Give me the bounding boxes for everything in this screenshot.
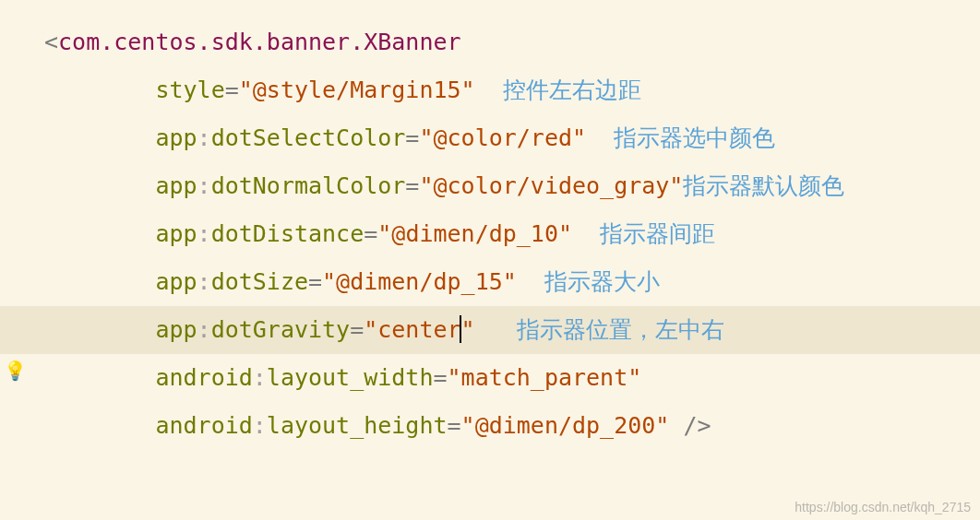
attr-value: "@color/red" [419, 124, 586, 151]
attr-ns: app [155, 268, 197, 295]
attr-name: style [155, 77, 224, 103]
equals: = [350, 316, 364, 343]
watermark: https://blog.csdn.net/kqh_2715 [795, 500, 971, 514]
attr-ns: android [155, 412, 252, 439]
code-line-active[interactable]: app:dotGravity="center" 指示器位置，左中右 [0, 306, 980, 354]
attr-ns: app [155, 220, 197, 247]
attr-name: layout_height [267, 412, 448, 439]
indent [44, 412, 155, 439]
attr-value: " [461, 316, 475, 343]
attr-value: "@dimen/dp_200" [461, 412, 670, 439]
pad [586, 124, 614, 151]
code-line: app:dotNormalColor="@color/video_gray"指示… [0, 162, 980, 210]
pad [572, 220, 600, 247]
attr-name: dotNormalColor [211, 172, 406, 199]
tag-name: com.centos.sdk.banner.XBanner [58, 29, 461, 55]
attr-ns: app [155, 316, 197, 343]
indent [44, 220, 155, 247]
colon: : [253, 412, 267, 439]
inline-comment: 指示器大小 [544, 268, 660, 295]
pad [475, 316, 517, 343]
colon: : [197, 124, 211, 151]
equals: = [448, 412, 461, 439]
indent [44, 364, 155, 391]
code-line: <com.centos.sdk.banner.XBanner [0, 18, 980, 66]
attr-ns: app [155, 124, 197, 151]
code-line: app:dotSize="@dimen/dp_15" 指示器大小 [0, 258, 980, 306]
indent [44, 124, 155, 151]
indent [44, 172, 155, 199]
pad [517, 268, 544, 295]
attr-value: "@dimen/dp_15" [322, 268, 517, 295]
code-line: app:dotSelectColor="@color/red" 指示器选中颜色 [0, 114, 980, 162]
attr-value: "@dimen/dp_10" [377, 220, 572, 247]
attr-ns: app [155, 172, 197, 199]
inline-comment: 指示器间距 [600, 220, 715, 247]
inline-comment: 控件左右边距 [503, 77, 641, 103]
attr-name: dotSelectColor [211, 124, 406, 151]
colon: : [197, 172, 211, 199]
attr-ns: android [155, 364, 252, 391]
equals: = [364, 220, 377, 247]
inline-comment: 指示器选中颜色 [614, 124, 775, 151]
attr-value: "@color/video_gray" [419, 172, 683, 199]
angle-open: < [44, 29, 58, 55]
equals: = [405, 172, 419, 199]
attr-name: dotDistance [211, 220, 365, 247]
equals: = [405, 124, 419, 151]
indent [44, 77, 155, 103]
colon: : [197, 316, 211, 343]
equals: = [433, 364, 447, 391]
code-editor: 💡 <com.centos.sdk.banner.XBanner style="… [0, 0, 980, 450]
equals: = [308, 268, 322, 295]
pad [475, 77, 503, 103]
inline-comment: 指示器默认颜色 [683, 172, 844, 199]
code-line: android:layout_height="@dimen/dp_200" /> [0, 402, 980, 450]
code-line: app:dotDistance="@dimen/dp_10" 指示器间距 [0, 210, 980, 258]
equals: = [225, 77, 239, 103]
attr-value: "@style/Margin15" [239, 77, 475, 103]
code-line: style="@style/Margin15" 控件左右边距 [0, 66, 980, 114]
colon: : [197, 268, 211, 295]
attr-name: dotSize [211, 268, 308, 295]
indent [44, 268, 155, 295]
attr-value: "center [364, 316, 460, 343]
attr-name: dotGravity [211, 316, 351, 343]
inline-comment: 指示器位置，左中右 [517, 316, 724, 343]
indent [44, 316, 155, 343]
attr-value: "match_parent" [448, 364, 642, 391]
code-line: android:layout_width="match_parent" [0, 354, 980, 402]
pad [669, 412, 683, 439]
colon: : [197, 220, 211, 247]
tag-close: /> [683, 412, 711, 439]
colon: : [253, 364, 267, 391]
attr-name: layout_width [267, 364, 434, 391]
